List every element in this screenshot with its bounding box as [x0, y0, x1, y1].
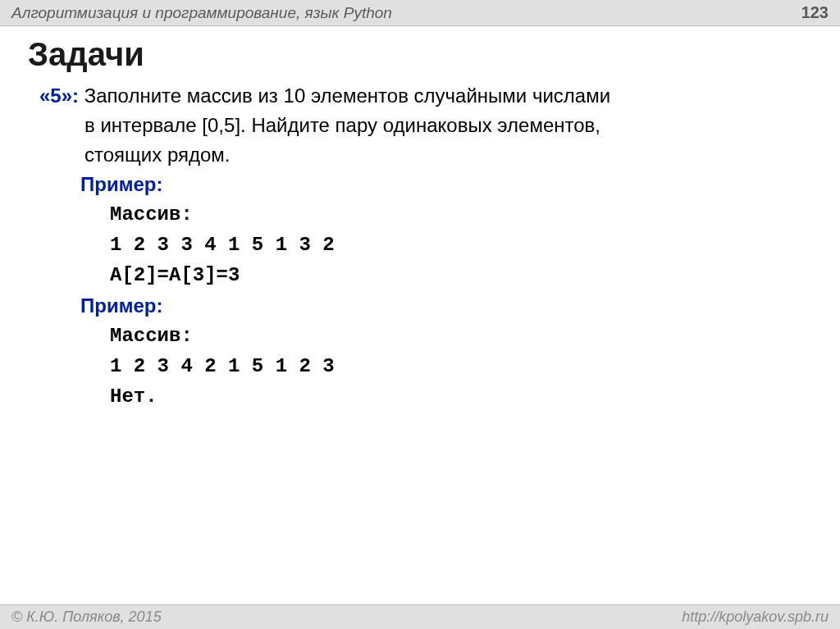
example1-l2: 1 2 3 3 4 1 5 1 3 2 [110, 230, 840, 260]
example1-label: Пример: [80, 170, 840, 199]
example1-l3: A[2]=A[3]=3 [110, 260, 840, 290]
footer-url: http://kpolyakov.spb.ru [682, 608, 829, 626]
example1-l1: Массив: [110, 199, 840, 230]
task-paragraph: «5»: Заполните массив из 10 элементов сл… [39, 81, 840, 111]
footer-bar: © К.Ю. Поляков, 2015 http://kpolyakov.sp… [0, 604, 840, 629]
example2-l2: 1 2 3 4 2 1 5 1 2 3 [110, 351, 840, 381]
page-number: 123 [801, 3, 829, 22]
grade-label: «5»: [39, 84, 79, 107]
header-bar: Алгоритмизация и программирование, язык … [0, 0, 840, 26]
content: «5»: Заполните массив из 10 элементов сл… [0, 81, 840, 412]
header-title: Алгоритмизация и программирование, язык … [11, 4, 392, 22]
slide-title: Задачи [28, 36, 840, 73]
example2-l3: Нет. [110, 381, 840, 412]
example2-l1: Массив: [110, 321, 840, 351]
task-line2: в интервале [0,5]. Найдите пару одинаков… [84, 111, 840, 140]
task-line1: Заполните массив из 10 элементов случайн… [84, 84, 610, 107]
example2-label: Пример: [80, 291, 840, 321]
task-line3: стоящих рядом. [84, 140, 840, 170]
footer-copyright: © К.Ю. Поляков, 2015 [11, 608, 162, 626]
